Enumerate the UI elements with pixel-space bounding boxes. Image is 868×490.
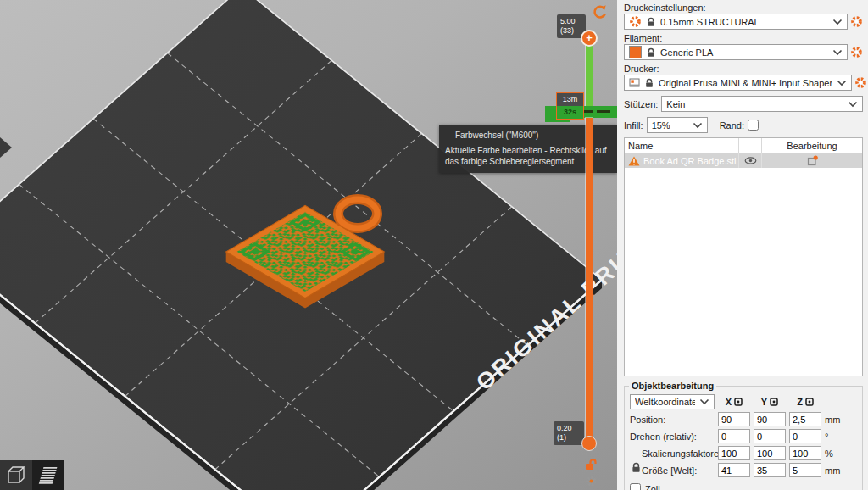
tooltip-body: Aktuelle Farbe bearbeiten - Rechtsklick … [445,146,607,166]
edit-filament-gear-icon[interactable] [850,46,863,58]
axis-z-header: Z [789,397,821,407]
supports-value: Kein [666,99,843,109]
column-edit: Bearbeitung [761,138,862,153]
axis-x-header: X [718,397,750,407]
object-name: Book Ad QR Badge.stl [643,156,736,166]
infill-label: Infill: [624,120,643,131]
printer-value: Original Prusa MINI & MINI+ Input Shaper [659,78,832,88]
brim-label: Rand: [720,120,744,131]
axis-y-header: Y [754,397,786,407]
slider-track-lower[interactable] [586,118,593,443]
printer-label: Drucker: [624,64,863,74]
slider-top-height: 5.00 [560,17,576,25]
edit-object-button[interactable] [761,153,862,168]
app-window: ORIGINAL PRUSA [0,0,868,490]
object-list: Name Bearbeitung Book Ad QR Badge.stl [624,137,863,376]
filament-combo[interactable]: Generic PLA [624,44,848,60]
print-bed-scene: ORIGINAL PRUSA [0,0,617,490]
printer-icon [629,77,640,88]
size-y-field[interactable] [754,463,786,477]
edit-badge-icon [807,155,818,166]
rotate-x-field[interactable] [718,429,750,443]
warning-icon [628,156,640,166]
editor-view-button[interactable] [0,460,32,490]
layer-dash [583,110,593,113]
slider-settings-gear-icon[interactable] [585,475,598,487]
object-row[interactable]: Book Ad QR Badge.stl [625,153,862,168]
object-list-header: Name Bearbeitung [625,138,862,153]
coordinate-system-combo[interactable]: Weltkoordinaten [630,394,715,409]
slider-bottom-height: 0.20 [557,424,572,432]
scale-y-field[interactable] [754,446,786,460]
size-z-field[interactable] [789,463,821,477]
scale-x-field[interactable] [718,446,750,460]
view-mode-toolbar [0,460,64,490]
slider-bottom-label: 0.20 (1) [554,421,584,445]
size-x-field[interactable] [718,463,750,477]
inches-checkbox[interactable] [630,483,641,490]
filament-label: Filament: [624,33,863,43]
print-settings-combo[interactable]: 0.15mm STRUCTURAL [624,14,848,30]
position-y-field[interactable] [754,412,786,426]
infill-combo[interactable]: 15% [647,117,708,133]
scale-unit: % [825,448,847,459]
rotate-y-field[interactable] [754,429,786,443]
chevron-down-icon [699,398,709,405]
rotate-z-field[interactable] [789,429,821,443]
column-visibility [738,138,761,153]
time-minutes: 13m [557,93,583,106]
lock-icon [646,47,656,58]
filament-value: Generic PLA [660,47,828,58]
layer-dash [597,110,610,113]
3d-viewport[interactable]: ORIGINAL PRUSA [0,0,617,490]
chevron-down-icon [832,19,843,25]
printer-combo[interactable]: Original Prusa MINI & MINI+ Input Shaper [624,75,852,91]
add-color-change-handle[interactable]: + [581,30,598,47]
coordinate-system-value: Weltkoordinaten [635,397,695,407]
position-label: Position: [630,415,715,425]
edit-print-settings-gear-icon[interactable] [850,15,863,28]
print-settings-value: 0.15mm STRUCTURAL [660,17,828,27]
object-manipulation-title: Objektbearbeitung [629,381,716,391]
slider-unlock-icon[interactable] [584,459,598,472]
visibility-toggle[interactable] [738,153,761,168]
chevron-down-icon [693,122,703,129]
settings-panel: Druckeinstellungen: 0.15mm STRUCTURAL Fi… [617,0,868,490]
lock-icon [646,17,656,27]
axis-drop-icon[interactable] [805,398,814,406]
column-name: Name [625,141,738,151]
layers-icon [39,467,58,484]
size-label: Größe [Welt]: [630,465,715,476]
cube-icon [8,467,24,482]
color-change-time-label: 13m 32s [556,92,584,120]
filament-color-swatch [629,46,642,58]
undo-icon[interactable] [591,3,608,20]
uniform-scale-lock-icon[interactable] [631,461,642,474]
eye-icon [744,157,757,164]
inches-label: Zoll [645,484,660,490]
chevron-down-icon [832,49,843,56]
scale-label: Skalierungsfaktoren: [630,448,715,459]
slider-track-upper[interactable] [586,44,593,107]
supports-label: Stützen: [624,99,658,109]
print-settings-label: Druckeinstellungen: [624,3,863,13]
brim-checkbox[interactable] [748,120,759,131]
lock-icon [644,78,654,88]
position-z-field[interactable] [789,412,821,426]
scale-z-field[interactable] [789,446,821,460]
preview-view-button[interactable] [32,460,64,490]
time-seconds: 32s [557,106,583,119]
axis-drop-icon[interactable] [734,398,743,406]
slider-lower-handle[interactable] [581,436,597,451]
position-unit: mm [825,415,847,425]
object-manipulation-group: Objektbearbeitung Weltkoordinaten X Y Z [624,386,863,490]
size-unit: mm [825,465,847,476]
bed-tab [0,137,12,158]
supports-combo[interactable]: Kein [661,96,863,112]
axis-drop-icon[interactable] [770,398,778,406]
rotate-unit: ° [825,432,847,442]
chevron-down-icon [848,101,858,108]
edit-printer-gear-icon[interactable] [854,76,867,89]
slider-bottom-layer: (1) [557,433,566,442]
position-x-field[interactable] [718,412,750,426]
